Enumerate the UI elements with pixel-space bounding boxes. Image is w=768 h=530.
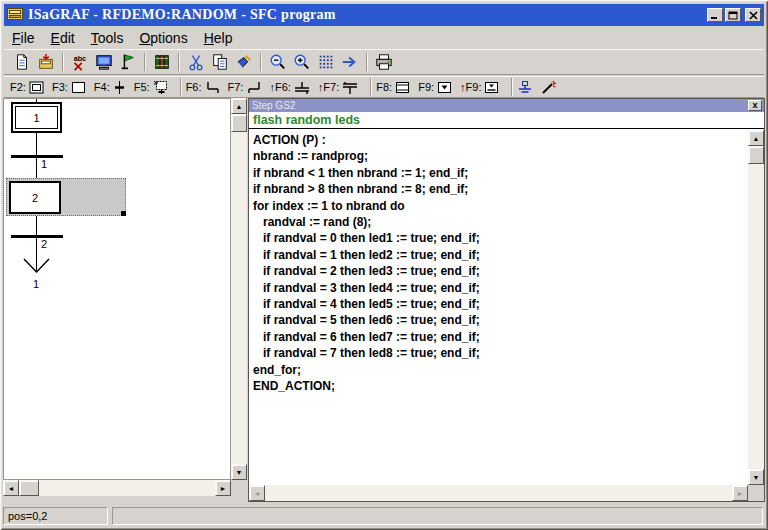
parallel-convergence-icon <box>342 81 358 94</box>
tool-initial-step[interactable]: F2: <box>10 81 44 94</box>
maximize-button[interactable] <box>725 8 741 22</box>
tool-jump-target[interactable]: ↑F9: <box>460 81 499 94</box>
code-line[interactable]: if randval = 3 then led4 := true; end_if… <box>253 280 748 296</box>
paste-brush-icon <box>235 53 253 71</box>
tool-divergence[interactable]: F6: <box>186 81 220 94</box>
vscroll-thumb[interactable] <box>748 146 764 164</box>
scroll-right-button[interactable]: ► <box>732 485 748 501</box>
sfc-transition-1-label: 1 <box>41 158 47 170</box>
menu-edit[interactable]: Edit <box>43 29 83 47</box>
tool-step-transition-label: F5: <box>134 81 150 93</box>
arrow-right-icon: ► <box>737 490 744 497</box>
arrow-left-icon: ◄ <box>254 490 261 497</box>
tool-wand[interactable] <box>541 80 558 95</box>
tool-step-transition[interactable]: F5: <box>134 80 168 94</box>
code-line[interactable]: if randval = 6 then led7 := true; end_if… <box>253 329 748 345</box>
code-line[interactable]: if nbrand > 8 then nbrand := 8; end_if; <box>253 181 748 197</box>
jump-icon <box>437 81 452 94</box>
menu-help[interactable]: Help <box>196 29 241 47</box>
sfc-initial-step-label: 1 <box>33 112 39 124</box>
scroll-up-button[interactable]: ▲ <box>231 98 247 114</box>
scroll-down-button[interactable]: ▼ <box>231 464 247 480</box>
tool-macro-step[interactable]: F8: <box>376 81 410 94</box>
scroll-right-button[interactable]: ► <box>215 480 231 496</box>
step-comment-row[interactable]: flash random leds <box>249 112 764 129</box>
copy-button[interactable] <box>208 51 232 73</box>
code-line[interactable]: if nbrand < 1 then nbrand := 1; end_if; <box>253 165 748 181</box>
close-button[interactable] <box>745 8 761 22</box>
code-line[interactable]: for index := 1 to nbrand do <box>253 198 748 214</box>
tool-jump[interactable]: F9: <box>418 81 452 94</box>
connect-icon <box>517 80 533 95</box>
tool-parallel-divergence[interactable]: ↑F6: <box>269 81 309 94</box>
tool-parallel-convergence[interactable]: ↑F7: <box>318 81 358 94</box>
sfc-initial-step[interactable]: 1 <box>11 102 62 133</box>
code-line[interactable]: if randval = 5 then led6 := true; end_if… <box>253 312 748 328</box>
cut-button[interactable] <box>184 51 208 73</box>
scroll-left-button[interactable]: ◄ <box>3 480 19 496</box>
minimize-button[interactable] <box>707 8 723 22</box>
hscroll-thumb[interactable] <box>19 480 39 496</box>
initial-step-icon <box>29 81 44 94</box>
library-button[interactable] <box>150 51 174 73</box>
step-editor-close-button[interactable]: x <box>748 100 762 111</box>
grid-button[interactable] <box>314 51 338 73</box>
menu-tools[interactable]: Tools <box>83 29 132 47</box>
code-line[interactable]: if randval = 1 then led2 := true; end_if… <box>253 247 748 263</box>
code-editor[interactable]: ACTION (P) : nbrand := randprog; if nbra… <box>249 130 748 485</box>
tool-transition[interactable]: F4: <box>94 81 126 94</box>
simulate-button[interactable] <box>92 51 116 73</box>
editor-hscrollbar[interactable]: ◄ ► <box>249 485 748 501</box>
tool-connect[interactable] <box>517 80 533 95</box>
code-line[interactable]: randval := rand (8); <box>253 214 748 230</box>
selection-handle[interactable] <box>121 211 126 216</box>
print-button[interactable] <box>372 51 396 73</box>
step-comment: flash random leds <box>253 113 360 127</box>
step-editor-titlebar[interactable]: Step GS2 x <box>249 99 764 112</box>
sfc-jump-arrow[interactable] <box>23 258 50 275</box>
divergence-icon <box>205 81 220 94</box>
debug-button[interactable] <box>116 51 140 73</box>
scroll-up-button[interactable]: ▲ <box>748 130 764 146</box>
archive-button[interactable] <box>34 51 58 73</box>
scrollbar-corner <box>231 480 247 496</box>
paste-button[interactable] <box>232 51 256 73</box>
sfc-chart-panel: 1 1 2 2 1 ▲ <box>3 98 247 503</box>
simulate-monitor-icon <box>95 53 113 71</box>
sfc-transition-2[interactable] <box>11 235 63 238</box>
toolbar-separator <box>144 53 146 71</box>
zoom-in-button[interactable] <box>290 51 314 73</box>
tool-parallel-convergence-label: ↑F7: <box>318 81 339 93</box>
tool-step[interactable]: F3: <box>52 81 86 94</box>
menu-options[interactable]: Options <box>131 29 195 47</box>
sfc-transition-1[interactable] <box>11 155 63 158</box>
tool-convergence[interactable]: F7: <box>228 81 262 94</box>
vscroll-thumb[interactable] <box>231 114 247 132</box>
scroll-down-button[interactable]: ▼ <box>748 469 764 485</box>
code-line[interactable]: end_for; <box>253 362 748 378</box>
code-line[interactable]: if randval = 0 then led1 := true; end_if… <box>253 230 748 246</box>
code-line[interactable]: if randval = 2 then led3 := true; end_if… <box>253 263 748 279</box>
tool-divergence-label: F6: <box>186 81 202 93</box>
go-button[interactable] <box>338 51 362 73</box>
left-hscrollbar[interactable]: ◄ ► <box>3 480 231 496</box>
code-line[interactable]: if randval = 4 then led5 := true; end_if… <box>253 296 748 312</box>
editor-vscrollbar[interactable]: ▲ ▼ <box>748 130 764 485</box>
new-document-button[interactable] <box>10 51 34 73</box>
code-line[interactable]: ACTION (P) : <box>253 132 748 148</box>
code-line[interactable]: END_ACTION; <box>253 378 748 394</box>
spell-check-button[interactable]: abc <box>68 51 92 73</box>
sfc-step-2[interactable]: 2 <box>9 181 61 214</box>
scroll-left-button[interactable]: ◄ <box>249 485 265 501</box>
zoom-out-button[interactable] <box>266 51 290 73</box>
code-line[interactable]: if randval = 7 then led8 := true; end_if… <box>253 345 748 361</box>
sfc-canvas[interactable]: 1 1 2 2 1 <box>3 98 231 480</box>
maximize-icon <box>728 11 738 20</box>
menu-file[interactable]: File <box>4 29 43 47</box>
step-editor-title: Step GS2 <box>252 100 295 111</box>
code-line[interactable]: nbrand := randprog; <box>253 148 748 164</box>
arrow-right-icon: ► <box>220 485 227 492</box>
spell-check-icon: abc <box>71 53 89 71</box>
sfc-initial-step-inner: 1 <box>15 106 58 129</box>
left-vscrollbar[interactable]: ▲ ▼ <box>231 98 247 480</box>
